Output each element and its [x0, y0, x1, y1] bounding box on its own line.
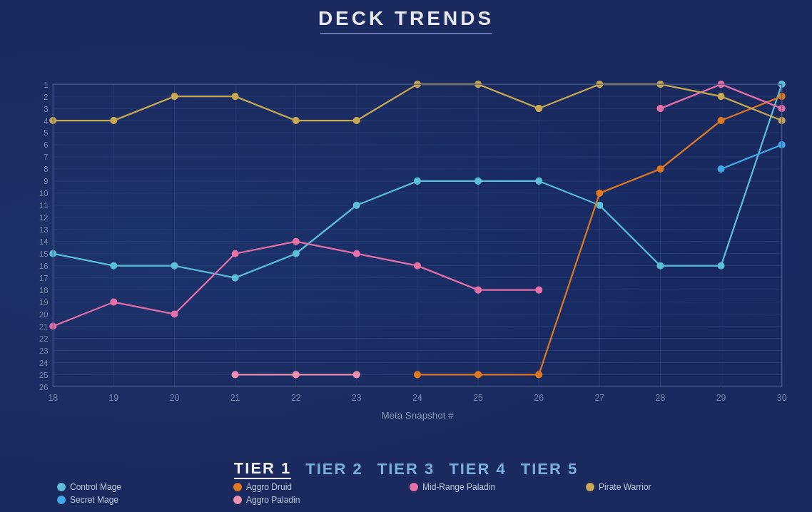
svg-text:27: 27 [594, 393, 604, 403]
svg-point-90 [718, 262, 724, 269]
svg-point-93 [475, 372, 482, 378]
svg-text:1: 1 [44, 81, 48, 89]
svg-point-89 [657, 262, 664, 269]
legend-item-control-mage: Control Mage [57, 482, 226, 492]
chart-container: 1234567891011121314151617181920212223242… [17, 40, 798, 455]
svg-point-95 [597, 190, 603, 196]
svg-point-97 [718, 118, 724, 124]
svg-point-82 [232, 275, 238, 281]
legend-section: Control Mage Aggro Druid Mid-Range Palad… [14, 482, 798, 505]
legend-item-secret-mage: Secret Mage [57, 495, 226, 505]
tier-4-label: TIER 4 [449, 460, 506, 478]
legend-label-pirate-warrior: Pirate Warrior [599, 482, 651, 492]
svg-text:20: 20 [170, 393, 180, 403]
legend-label-control-mage: Control Mage [70, 482, 121, 492]
legend-dot-secret-mage [57, 496, 66, 504]
svg-point-115 [293, 118, 299, 124]
svg-point-107 [536, 287, 542, 293]
legend-label-midrange-paladin: Mid-Range Paladin [422, 482, 495, 492]
svg-point-124 [718, 165, 724, 172]
svg-text:10: 10 [39, 189, 48, 198]
svg-point-101 [171, 311, 178, 317]
legend-label-secret-mage: Secret Mage [70, 495, 118, 505]
svg-point-116 [353, 118, 360, 124]
svg-point-104 [353, 250, 360, 257]
svg-point-112 [111, 118, 117, 124]
svg-text:19: 19 [109, 393, 119, 403]
legend-dot-midrange-paladin [410, 483, 418, 491]
svg-text:7: 7 [44, 153, 48, 161]
svg-text:19: 19 [39, 298, 48, 307]
svg-text:26: 26 [534, 393, 544, 403]
svg-text:21: 21 [39, 322, 48, 331]
svg-text:4: 4 [44, 117, 48, 126]
svg-text:16: 16 [39, 262, 48, 270]
svg-point-100 [111, 299, 117, 305]
svg-point-113 [171, 93, 178, 100]
svg-point-108 [657, 106, 664, 112]
svg-text:17: 17 [39, 274, 48, 282]
legend-item-aggro-paladin: Aggro Paladin [233, 495, 402, 505]
svg-point-126 [232, 372, 238, 378]
legend-dot-pirate-warrior [586, 483, 594, 491]
svg-text:29: 29 [716, 393, 726, 403]
svg-text:18: 18 [39, 286, 48, 295]
svg-text:23: 23 [352, 393, 362, 403]
tier-5-label: TIER 5 [521, 460, 578, 478]
svg-text:24: 24 [39, 359, 48, 367]
svg-text:8: 8 [44, 165, 48, 173]
svg-text:22: 22 [291, 393, 301, 403]
svg-point-92 [414, 372, 420, 378]
svg-point-84 [353, 202, 360, 208]
title-underline [320, 33, 492, 34]
svg-text:6: 6 [44, 140, 48, 149]
line-chart: 1234567891011121314151617181920212223242… [17, 40, 798, 455]
tier-3-label: TIER 3 [377, 460, 435, 478]
svg-point-106 [475, 287, 482, 293]
svg-text:20: 20 [39, 310, 48, 319]
svg-point-114 [232, 93, 238, 100]
svg-text:15: 15 [39, 250, 48, 258]
tier-2-label: TIER 2 [305, 460, 362, 478]
legend-item-pirate-warrior: Pirate Warrior [586, 482, 755, 492]
svg-text:21: 21 [230, 393, 240, 403]
tier-1-label: TIER 1 [234, 459, 291, 479]
tiers-section: TIER 1 TIER 2 TIER 3 TIER 4 TIER 5 [234, 459, 578, 479]
svg-point-85 [414, 178, 420, 184]
svg-point-122 [718, 93, 724, 100]
svg-point-96 [657, 165, 664, 172]
svg-text:24: 24 [412, 393, 422, 403]
svg-text:Meta Snapshot #: Meta Snapshot # [381, 410, 454, 421]
svg-point-83 [293, 250, 299, 257]
legend-item-midrange-paladin: Mid-Range Paladin [410, 482, 579, 492]
svg-text:11: 11 [39, 201, 48, 210]
svg-text:22: 22 [39, 334, 48, 343]
svg-point-119 [536, 106, 542, 112]
svg-text:14: 14 [39, 237, 48, 246]
legend-label-aggro-druid: Aggro Druid [246, 482, 292, 492]
svg-point-80 [111, 262, 117, 269]
svg-text:26: 26 [39, 383, 48, 391]
svg-text:25: 25 [39, 371, 48, 379]
legend-dot-aggro-druid [233, 483, 242, 491]
svg-point-102 [232, 250, 238, 257]
svg-text:23: 23 [39, 347, 48, 355]
svg-text:9: 9 [44, 177, 48, 185]
svg-text:2: 2 [44, 93, 48, 101]
svg-point-81 [171, 262, 178, 269]
svg-point-87 [536, 178, 542, 184]
svg-text:18: 18 [48, 393, 58, 403]
svg-point-128 [353, 372, 360, 378]
svg-point-88 [597, 202, 603, 208]
legend-dot-control-mage [57, 483, 66, 491]
title-section: DECK TRENDS [318, 7, 494, 34]
svg-point-86 [475, 178, 482, 184]
svg-text:13: 13 [39, 225, 48, 234]
svg-text:25: 25 [473, 393, 483, 403]
svg-point-103 [293, 238, 299, 245]
svg-text:28: 28 [656, 393, 666, 403]
svg-point-127 [293, 372, 299, 378]
svg-text:12: 12 [39, 213, 48, 222]
legend-dot-aggro-paladin [233, 496, 242, 504]
legend-item-aggro-druid: Aggro Druid [233, 482, 402, 492]
